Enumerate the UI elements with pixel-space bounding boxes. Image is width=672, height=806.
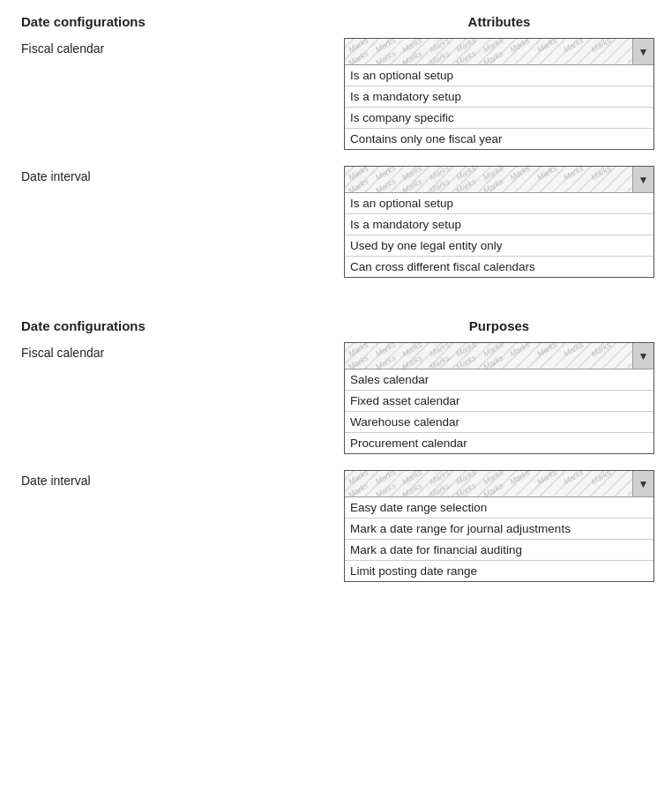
dropdown-arrow-attributes-0[interactable]: ▼ xyxy=(632,39,653,65)
dropdown-item-purposes-1-3: Limit posting date range xyxy=(345,561,653,581)
col-left-header-purposes: Date configurations xyxy=(18,318,344,333)
dropdown-arrow-attributes-1[interactable]: ▼ xyxy=(632,167,653,193)
dropdown-item-attributes-1-1: Is a mandatory setup xyxy=(345,214,653,235)
dropdown-arrow-purposes-1[interactable]: ▼ xyxy=(632,471,653,497)
watermark-area: MarksMarksMarksMarksMarksMarksMarksMarks… xyxy=(345,167,632,192)
dropdown-item-purposes-1-1: Mark a date range for journal adjustment… xyxy=(345,519,653,540)
dropdown-header-attributes-1[interactable]: MarksMarksMarksMarksMarksMarksMarksMarks… xyxy=(345,167,653,193)
dropdown-item-purposes-1-0: Easy date range selection xyxy=(345,497,653,519)
dropdown-item-attributes-1-3: Can cross different fiscal calendars xyxy=(345,257,653,277)
dropdown-item-purposes-0-1: Fixed asset calendar xyxy=(345,391,653,412)
dropdown-item-purposes-0-3: Procurement calendar xyxy=(345,433,653,453)
dropdown-item-purposes-0-2: Warehouse calendar xyxy=(345,412,653,433)
config-label-purposes-1: Date interval xyxy=(18,470,344,488)
config-row-purposes-0: Fiscal calendarMarksMarksMarksMarksMarks… xyxy=(18,342,654,454)
section-header-attributes: Date configurationsAttributes xyxy=(18,14,654,29)
config-row-attributes-0: Fiscal calendarMarksMarksMarksMarksMarks… xyxy=(18,38,654,150)
config-label-purposes-0: Fiscal calendar xyxy=(18,342,344,360)
config-row-purposes-1: Date intervalMarksMarksMarksMarksMarksMa… xyxy=(18,470,654,582)
dropdown-arrow-purposes-0[interactable]: ▼ xyxy=(632,343,653,369)
dropdown-item-attributes-0-1: Is a mandatory setup xyxy=(345,86,653,108)
col-left-header-attributes: Date configurations xyxy=(18,14,344,29)
dropdown-attributes-0[interactable]: MarksMarksMarksMarksMarksMarksMarksMarks… xyxy=(344,38,654,150)
dropdown-items-purposes-0: Sales calendarFixed asset calendarWareho… xyxy=(345,369,653,453)
dropdown-item-attributes-1-0: Is an optional setup xyxy=(345,193,653,214)
page-container: Date configurationsAttributesFiscal cale… xyxy=(0,0,672,612)
dropdown-header-purposes-1[interactable]: MarksMarksMarksMarksMarksMarksMarksMarks… xyxy=(345,471,653,497)
dropdown-header-attributes-0[interactable]: MarksMarksMarksMarksMarksMarksMarksMarks… xyxy=(345,39,653,65)
watermark-area: MarksMarksMarksMarksMarksMarksMarksMarks… xyxy=(345,39,632,64)
dropdown-purposes-0[interactable]: MarksMarksMarksMarksMarksMarksMarksMarks… xyxy=(344,342,654,454)
col-right-header-purposes: Purposes xyxy=(344,318,654,333)
col-right-header-attributes: Attributes xyxy=(344,14,654,29)
dropdown-purposes-1[interactable]: MarksMarksMarksMarksMarksMarksMarksMarks… xyxy=(344,470,654,582)
dropdown-item-attributes-1-2: Used by one legal entity only xyxy=(345,235,653,257)
config-row-attributes-1: Date intervalMarksMarksMarksMarksMarksMa… xyxy=(18,166,654,278)
watermark-area: MarksMarksMarksMarksMarksMarksMarksMarks… xyxy=(345,343,632,369)
section-separator xyxy=(18,294,654,318)
dropdown-item-attributes-0-2: Is company specific xyxy=(345,108,653,129)
dropdown-item-attributes-0-3: Contains only one fiscal year xyxy=(345,129,653,149)
config-label-attributes-0: Fiscal calendar xyxy=(18,38,344,56)
dropdown-header-purposes-0[interactable]: MarksMarksMarksMarksMarksMarksMarksMarks… xyxy=(345,343,653,369)
dropdown-items-attributes-0: Is an optional setupIs a mandatory setup… xyxy=(345,65,653,149)
dropdown-items-attributes-1: Is an optional setupIs a mandatory setup… xyxy=(345,193,653,277)
dropdown-attributes-1[interactable]: MarksMarksMarksMarksMarksMarksMarksMarks… xyxy=(344,166,654,278)
dropdown-items-purposes-1: Easy date range selectionMark a date ran… xyxy=(345,497,653,581)
watermark-area: MarksMarksMarksMarksMarksMarksMarksMarks… xyxy=(345,471,632,496)
dropdown-item-purposes-0-0: Sales calendar xyxy=(345,369,653,391)
section-header-purposes: Date configurationsPurposes xyxy=(18,318,654,333)
config-label-attributes-1: Date interval xyxy=(18,166,344,183)
dropdown-item-purposes-1-2: Mark a date for financial auditing xyxy=(345,540,653,561)
dropdown-item-attributes-0-0: Is an optional setup xyxy=(345,65,653,86)
